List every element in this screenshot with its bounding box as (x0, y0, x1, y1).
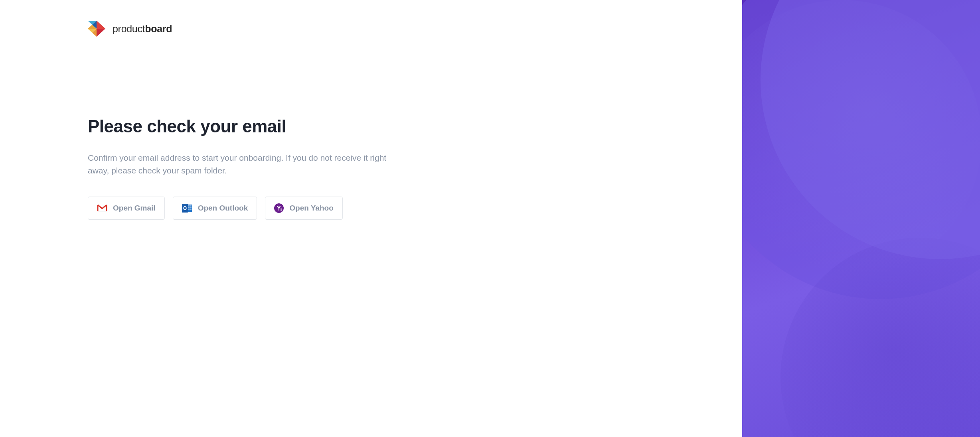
decorative-side-panel (742, 0, 980, 437)
brand-name: productboard (113, 23, 172, 35)
svg-rect-8 (106, 205, 107, 211)
svg-rect-13 (189, 207, 192, 208)
check-email-section: Please check your email Confirm your ema… (88, 116, 447, 220)
brand-logo: productboard (88, 21, 742, 37)
gmail-button-label: Open Gmail (113, 204, 156, 213)
open-outlook-button[interactable]: Open Outlook (173, 197, 257, 220)
outlook-icon (182, 203, 192, 213)
page-heading: Please check your email (88, 116, 447, 136)
svg-rect-7 (97, 205, 99, 211)
svg-rect-15 (189, 209, 192, 210)
svg-rect-19 (281, 209, 282, 210)
yahoo-icon (274, 203, 284, 213)
outlook-button-label: Open Outlook (198, 204, 248, 213)
svg-rect-11 (189, 205, 192, 207)
mail-provider-buttons: Open Gmail Open Outlook (88, 197, 447, 220)
gmail-icon (97, 204, 107, 212)
productboard-logo-icon (88, 21, 105, 37)
svg-point-20 (281, 210, 282, 211)
main-content-panel: productboard Please check your email Con… (0, 0, 742, 437)
open-yahoo-button[interactable]: Open Yahoo (265, 197, 343, 220)
svg-rect-16 (182, 204, 188, 213)
svg-marker-5 (97, 21, 105, 29)
page-subtext: Confirm your email address to start your… (88, 152, 403, 177)
open-gmail-button[interactable]: Open Gmail (88, 197, 165, 220)
yahoo-button-label: Open Yahoo (289, 204, 334, 213)
